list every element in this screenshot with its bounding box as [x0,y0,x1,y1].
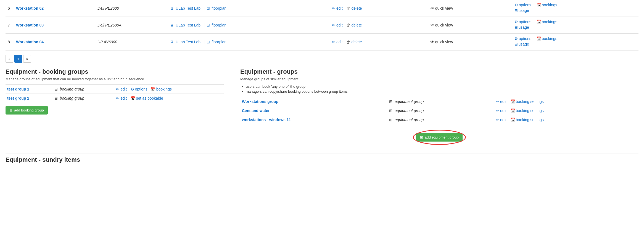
item-name-cell: Workstation 04 [14,34,95,50]
pagination-prev[interactable]: « [6,55,13,63]
eq-group-type: equipment group [395,108,424,113]
eye-icon: 👁 [430,6,434,10]
options-link[interactable]: ⚙ options [514,3,531,7]
trash-icon: 🗑 [346,40,350,44]
quickview-cell: 👁 quick view [428,17,512,34]
group-name-cell: test group 1 [6,85,53,94]
location-link[interactable]: ULab Test Lab [176,23,200,27]
usage-link[interactable]: ⊞ usage [514,42,529,46]
pencil-icon: ✏ [496,99,499,104]
delete-link[interactable]: 🗑 delete [346,40,362,44]
eq-group-name-link[interactable]: workstations - windows 11 [242,118,291,122]
edit-link[interactable]: ✏ edit [332,23,343,27]
grid-usage-icon: ⊞ [514,42,518,46]
edit-booking-group-link[interactable]: ✏ edit [116,96,127,100]
equipment-groups-bullets: users can book 'any one of' the groupman… [246,84,638,94]
pencil-icon: ✏ [116,87,119,91]
group-name-link[interactable]: test group 1 [7,87,29,91]
options-row: ⚙ options 📅 bookings [514,3,636,7]
eq-group-actions-cell: ✏ edit 📅 booking settings [494,115,638,124]
bookings-link[interactable]: 📅 bookings [536,20,557,24]
monitor-icon: 🖥 [170,6,174,10]
gear-icon: ⚙ [131,87,134,91]
equipment-groups-table: Workstations group ⊞ equipment group ✏ e… [240,97,638,124]
options-link[interactable]: ⚙ options [514,36,531,41]
equipment-group-row: workstations - windows 11 ⊞ equipment gr… [240,115,638,124]
gear-icon: ⚙ [514,20,518,24]
separator: | [204,6,207,10]
booking-settings-link[interactable]: 📅 booking settings [510,99,544,104]
actions-cell: ✏ edit 🗑 delete [330,17,428,34]
delete-link[interactable]: 🗑 delete [346,23,362,27]
location-link[interactable]: ULab Test Lab [176,40,200,44]
location-link[interactable]: ULab Test Lab [176,6,200,10]
bullet-item: managers can copy/share booking options … [246,89,638,94]
item-model-cell: Dell PE2600 [95,0,168,17]
pagination-next[interactable]: » [23,55,31,63]
gear-icon: ⚙ [514,36,518,41]
grid-icon: ⊞ [54,87,58,91]
booking-settings-link[interactable]: 📅 booking settings [510,108,544,113]
usage-link[interactable]: ⊞ usage [514,25,529,30]
quick-view-link[interactable]: 👁 quick view [430,40,453,44]
group-actions-cell: ✏ edit 📅 set as bookable [114,94,224,103]
set-bookable-link[interactable]: 📅 set as bookable [131,96,163,100]
booking-groups-subtitle: Manage groups of equipment that can be b… [6,77,224,81]
pencil-icon: ✏ [496,118,499,122]
eq-group-type-cell: ⊞ equipment group [387,115,494,124]
floorplan-link[interactable]: floorplan [212,23,226,27]
floorplan-icon: ⊡ [207,6,210,10]
table-row: 8 Workstation 04 HP AV6000 🖥 ULab Test L… [6,34,638,50]
calendar-icon: 📅 [536,3,541,7]
edit-eq-group-link[interactable]: ✏ edit [496,99,506,104]
edit-eq-group-link[interactable]: ✏ edit [496,118,506,122]
add-equipment-group-container: ⊞ add equipment group [240,130,638,145]
usage-link[interactable]: ⊞ usage [514,8,529,13]
quick-view-link[interactable]: 👁 quick view [430,23,453,27]
delete-link[interactable]: 🗑 delete [346,6,362,10]
usage-row: ⊞ usage [514,25,636,30]
booking-settings-link[interactable]: 📅 booking settings [510,118,544,122]
group-name-cell: test group 2 [6,94,53,103]
edit-link[interactable]: ✏ edit [332,6,343,10]
floorplan-link[interactable]: floorplan [212,6,226,10]
monitor-icon: 🖥 [170,23,174,27]
eye-icon: 👁 [430,23,434,27]
item-name-link[interactable]: Workstation 04 [16,40,44,44]
item-name-link[interactable]: Workstation 03 [16,23,44,27]
row-number: 8 [6,34,14,50]
grid-icon: ⊞ [54,96,58,100]
trash-icon: 🗑 [346,23,350,27]
add-equipment-group-button[interactable]: ⊞ add equipment group [416,133,463,142]
group-name-link[interactable]: test group 2 [7,96,29,100]
pagination-current[interactable]: 1 [14,55,22,63]
equipment-table: 6 Workstation 02 Dell PE2600 🖥 ULab Test… [6,0,638,50]
floorplan-link[interactable]: floorplan [212,40,226,44]
add-booking-group-button[interactable]: ⊞ add booking group [6,106,48,115]
add-eq-group-wrapper: ⊞ add equipment group [413,130,466,145]
item-model: Dell PE2600A [97,23,122,27]
bookings-link[interactable]: 📅 bookings [536,3,557,7]
edit-link[interactable]: ✏ edit [332,40,343,44]
edit-booking-group-link[interactable]: ✏ edit [116,87,127,91]
usage-row: ⊞ usage [514,8,636,13]
eq-group-name-link[interactable]: Cent and water [242,108,270,113]
grid-icon: ⊞ [9,108,12,112]
bookings-booking-group-link[interactable]: 📅 bookings [151,87,172,91]
edit-eq-group-link[interactable]: ✏ edit [496,108,506,113]
options-booking-group-link[interactable]: ⚙ options [131,87,147,91]
item-location-cell: 🖥 ULab Test Lab | ⊡ floorplan [168,0,330,17]
grid-icon: ⊞ [389,99,392,104]
pencil-icon: ✏ [496,108,499,113]
eq-group-name-link[interactable]: Workstations group [242,99,278,104]
item-name-link[interactable]: Workstation 02 [16,6,44,10]
options-row: ⚙ options 📅 bookings [514,36,636,41]
bottom-section-hint: Equipment - sundry items [6,153,638,163]
options-row: ⚙ options 📅 bookings [514,20,636,24]
gear-icon: ⚙ [514,3,518,7]
quick-view-link[interactable]: 👁 quick view [430,6,453,10]
pencil-icon: ✏ [332,23,335,27]
group-type-cell: ⊞ booking group [53,94,115,103]
bookings-link[interactable]: 📅 bookings [536,36,557,41]
options-link[interactable]: ⚙ options [514,20,531,24]
